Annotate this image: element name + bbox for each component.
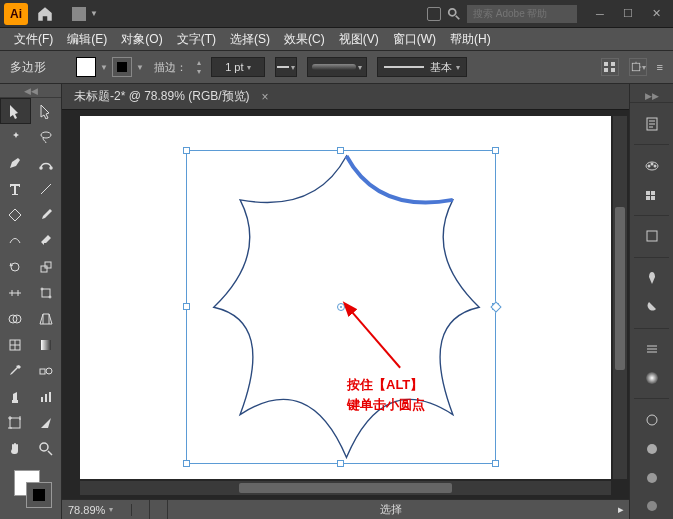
sync-icon[interactable] bbox=[427, 7, 441, 21]
libraries-panel-icon[interactable] bbox=[639, 224, 665, 249]
status-menu[interactable]: ▸ bbox=[613, 503, 629, 516]
align-panel-icon[interactable] bbox=[639, 494, 665, 519]
handle-bot-mid[interactable] bbox=[337, 460, 344, 467]
magic-wand-tool[interactable] bbox=[0, 124, 31, 150]
column-graph-tool[interactable] bbox=[31, 384, 62, 410]
transform-icon[interactable]: ▾ bbox=[629, 58, 647, 76]
svg-point-37 bbox=[646, 372, 658, 384]
svg-rect-11 bbox=[45, 262, 51, 268]
panel-menu-icon[interactable]: ≡ bbox=[657, 61, 663, 73]
selection-bounding-box[interactable] bbox=[186, 150, 496, 464]
color-panel-icon[interactable] bbox=[639, 153, 665, 178]
selection-tool[interactable] bbox=[0, 98, 31, 124]
symbols-panel-icon[interactable] bbox=[639, 295, 665, 320]
gradient-tool[interactable] bbox=[31, 332, 62, 358]
horizontal-scrollbar[interactable] bbox=[80, 481, 611, 495]
align-icon[interactable] bbox=[601, 58, 619, 76]
shape-builder-tool[interactable] bbox=[0, 306, 31, 332]
rotate-tool[interactable] bbox=[0, 254, 31, 280]
home-icon[interactable] bbox=[36, 5, 54, 23]
shape-center-widget[interactable] bbox=[337, 303, 345, 311]
svg-rect-18 bbox=[41, 340, 51, 350]
zoom-level[interactable]: 78.89%▾ bbox=[62, 504, 132, 516]
handle-top-right[interactable] bbox=[492, 147, 499, 154]
document-tab[interactable]: 未标题-2* @ 78.89% (RGB/预览) bbox=[74, 88, 250, 105]
symbol-sprayer-tool[interactable] bbox=[0, 384, 31, 410]
brush-drop[interactable]: ▾ bbox=[307, 57, 367, 77]
search-icon bbox=[447, 7, 461, 21]
handle-bot-left[interactable] bbox=[183, 460, 190, 467]
paintbrush-tool[interactable] bbox=[31, 202, 62, 228]
svg-rect-35 bbox=[651, 196, 655, 200]
canvas[interactable]: 按住【ALT】 键单击小圆点 bbox=[80, 116, 611, 479]
pen-tool[interactable] bbox=[0, 150, 31, 176]
menu-file[interactable]: 文件(F) bbox=[8, 29, 59, 50]
menu-object[interactable]: 对象(O) bbox=[115, 29, 168, 50]
handle-top-mid[interactable] bbox=[337, 147, 344, 154]
fill-dropdown[interactable]: ▼ bbox=[100, 63, 108, 72]
minimize-button[interactable]: ─ bbox=[587, 5, 613, 23]
artboard-tool[interactable] bbox=[0, 410, 31, 436]
menu-window[interactable]: 窗口(W) bbox=[387, 29, 442, 50]
hand-tool[interactable] bbox=[0, 436, 31, 462]
blend-tool[interactable] bbox=[31, 358, 62, 384]
tools-collapse[interactable]: ◀◀ bbox=[0, 84, 61, 98]
stroke-down[interactable]: ▾ bbox=[197, 67, 201, 76]
stroke-dropdown[interactable]: ▼ bbox=[136, 63, 144, 72]
menu-view[interactable]: 视图(V) bbox=[333, 29, 385, 50]
appearance-panel-icon[interactable] bbox=[639, 436, 665, 461]
menu-edit[interactable]: 编辑(E) bbox=[61, 29, 113, 50]
zoom-tool[interactable] bbox=[31, 436, 62, 462]
svg-rect-36 bbox=[647, 231, 657, 241]
stroke-profile[interactable]: ▾ bbox=[275, 57, 297, 77]
layers-panel-icon[interactable] bbox=[639, 465, 665, 490]
svg-point-0 bbox=[449, 8, 456, 15]
layout-dropdown[interactable]: ▼ bbox=[66, 5, 104, 23]
mesh-tool[interactable] bbox=[0, 332, 31, 358]
close-button[interactable]: ✕ bbox=[643, 5, 669, 23]
menu-type[interactable]: 文字(T) bbox=[171, 29, 222, 50]
eraser-tool[interactable] bbox=[31, 228, 62, 254]
status-mode: 选择 bbox=[168, 502, 613, 517]
brushes-panel-icon[interactable] bbox=[639, 266, 665, 291]
stroke-weight-input[interactable]: 1 pt ▾ bbox=[211, 57, 265, 77]
swatches-panel-icon[interactable] bbox=[639, 182, 665, 207]
transparency-panel-icon[interactable] bbox=[639, 407, 665, 432]
stroke-swatch[interactable] bbox=[112, 57, 132, 77]
handle-mid-left[interactable] bbox=[183, 303, 190, 310]
annotation-text: 按住【ALT】 键单击小圆点 bbox=[347, 375, 425, 414]
vertical-scrollbar[interactable] bbox=[613, 116, 627, 479]
graphic-style-drop[interactable]: 基本▾ bbox=[377, 57, 467, 77]
gradient-panel-icon[interactable] bbox=[639, 366, 665, 391]
svg-rect-12 bbox=[42, 289, 50, 297]
menu-select[interactable]: 选择(S) bbox=[224, 29, 276, 50]
perspective-tool[interactable] bbox=[31, 306, 62, 332]
eyedropper-tool[interactable] bbox=[0, 358, 31, 384]
fill-stroke-indicator[interactable] bbox=[0, 466, 61, 512]
curvature-tool[interactable] bbox=[31, 150, 62, 176]
panels-collapse[interactable]: ▶▶ bbox=[630, 90, 673, 103]
slice-tool[interactable] bbox=[31, 410, 62, 436]
search-input[interactable] bbox=[467, 5, 577, 23]
svg-rect-19 bbox=[40, 369, 45, 374]
tab-close-icon[interactable]: × bbox=[262, 90, 269, 104]
handle-top-left[interactable] bbox=[183, 147, 190, 154]
shaper-tool[interactable] bbox=[0, 228, 31, 254]
line-tool[interactable] bbox=[31, 176, 62, 202]
free-transform-tool[interactable] bbox=[31, 280, 62, 306]
stroke-up[interactable]: ▴ bbox=[197, 58, 201, 67]
fill-swatch[interactable] bbox=[76, 57, 96, 77]
shape-type-label: 多边形 bbox=[10, 59, 46, 76]
properties-panel-icon[interactable] bbox=[639, 111, 665, 136]
direct-selection-tool[interactable] bbox=[31, 98, 62, 124]
handle-bot-right[interactable] bbox=[492, 460, 499, 467]
width-tool[interactable] bbox=[0, 280, 31, 306]
type-tool[interactable] bbox=[0, 176, 31, 202]
scale-tool[interactable] bbox=[31, 254, 62, 280]
menu-help[interactable]: 帮助(H) bbox=[444, 29, 497, 50]
lasso-tool[interactable] bbox=[31, 124, 62, 150]
maximize-button[interactable]: ☐ bbox=[615, 5, 641, 23]
rectangle-tool[interactable] bbox=[0, 202, 31, 228]
stroke-panel-icon[interactable] bbox=[639, 337, 665, 362]
menu-effect[interactable]: 效果(C) bbox=[278, 29, 331, 50]
